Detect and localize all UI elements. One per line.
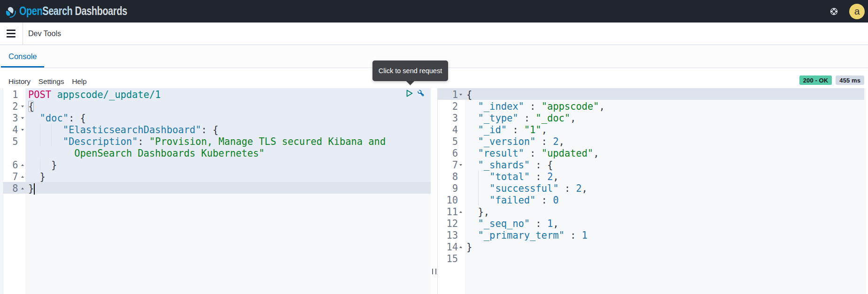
- code-token: [28, 124, 63, 136]
- code-line[interactable]: }: [28, 171, 46, 183]
- code-token: :: [519, 113, 536, 124]
- code-token: "failed": [489, 195, 535, 206]
- code-token: "successful": [489, 183, 558, 194]
- code-token: :: [535, 195, 553, 206]
- code-token: [466, 183, 489, 194]
- fold-end-icon[interactable]: [21, 164, 24, 166]
- request-highlight: [25, 170, 431, 182]
- code-token: }: [466, 241, 472, 253]
- code-token: "_index": [478, 101, 524, 112]
- text-cursor: [34, 183, 35, 195]
- code-line[interactable]: OpenSearch Dashboards Kubernetes": [28, 148, 264, 159]
- grip-bar: [432, 269, 433, 274]
- hamburger-menu-icon[interactable]: [6, 23, 22, 45]
- code-line[interactable]: "failed" : 0: [466, 195, 558, 206]
- line-number: 4: [438, 124, 458, 136]
- console-menu-history[interactable]: History: [8, 77, 31, 86]
- code-token: ,: [553, 218, 558, 229]
- code-token: [466, 101, 478, 112]
- fold-open-icon[interactable]: [21, 106, 24, 107]
- grip-bar: [435, 269, 436, 274]
- line-number: 5: [3, 136, 18, 148]
- line-number: 8: [3, 183, 18, 195]
- code-token: }: [51, 159, 57, 171]
- code-token: :: [524, 101, 542, 112]
- wordmark-search: Search: [42, 4, 72, 18]
- code-token: "_seq_no": [478, 218, 530, 229]
- code-line[interactable]: }: [466, 241, 472, 253]
- fold-open-icon[interactable]: [21, 117, 24, 119]
- opensearch-logo-icon: [5, 6, 18, 19]
- user-avatar[interactable]: a: [849, 4, 865, 19]
- code-line[interactable]: "result" : "updated",: [466, 148, 599, 159]
- code-line[interactable]: "_id" : "1",: [466, 124, 547, 136]
- code-token: appscode/_update/1: [57, 89, 161, 100]
- line-number: 7: [3, 171, 18, 183]
- code-token: },: [478, 206, 490, 218]
- resizer-grip-icon[interactable]: [432, 269, 436, 274]
- panel-divider[interactable]: [431, 88, 438, 294]
- line-number: 1: [438, 89, 458, 101]
- code-line[interactable]: "_type" : "_doc",: [466, 113, 576, 124]
- code-token: :: [530, 171, 547, 182]
- fold-open-icon[interactable]: [459, 164, 462, 166]
- console-menu-help[interactable]: Help: [72, 77, 86, 86]
- send-request-play-icon[interactable]: [406, 89, 414, 98]
- line-number: 1: [3, 89, 18, 101]
- console-menu-settings[interactable]: Settings: [39, 77, 64, 86]
- code-line[interactable]: "Description": "Provision, Manage TLS se…: [28, 136, 386, 148]
- code-token: "result": [478, 148, 524, 159]
- code-token: "_type": [478, 113, 519, 124]
- opensearch-logo[interactable]: OpenSearch Dashboards: [4, 0, 163, 23]
- line-number: 2: [3, 101, 18, 113]
- avatar-initial: a: [854, 6, 860, 17]
- status-badge: 200 - OK: [799, 75, 832, 85]
- code-line[interactable]: "total" : 2,: [466, 171, 558, 183]
- code-line[interactable]: }: [28, 183, 34, 195]
- code-line[interactable]: }: [28, 159, 57, 171]
- fold-open-icon[interactable]: [21, 129, 24, 131]
- code-token: }: [28, 183, 34, 194]
- code-line[interactable]: {: [28, 101, 34, 113]
- header-right-section: a: [830, 0, 868, 23]
- code-token: 1: [547, 218, 553, 229]
- fold-end-icon[interactable]: [459, 211, 462, 213]
- fold-end-icon[interactable]: [21, 188, 24, 189]
- code-token: "_id": [478, 124, 507, 136]
- nav-bar: Dev Tools: [0, 23, 868, 45]
- code-line[interactable]: "_seq_no" : 1,: [466, 218, 558, 230]
- opensearch-wordmark: OpenSearch Dashboards: [19, 4, 127, 18]
- code-line[interactable]: },: [466, 206, 489, 218]
- fold-open-icon[interactable]: [459, 94, 462, 96]
- active-line-highlight: [3, 182, 431, 194]
- fold-end-icon[interactable]: [21, 176, 24, 178]
- code-line[interactable]: POST appscode/_update/1: [28, 89, 161, 101]
- code-token: [28, 113, 40, 124]
- code-token: [466, 218, 478, 229]
- help-lifebuoy-icon[interactable]: [830, 8, 838, 15]
- code-line[interactable]: "_primary_term" : 1: [466, 230, 588, 241]
- code-token: :: [507, 124, 524, 136]
- code-line[interactable]: "_shards" : {: [466, 159, 553, 171]
- hamburger-bar: [7, 30, 16, 30]
- line-number: 3: [3, 113, 18, 124]
- request-options-wrench-icon[interactable]: [417, 89, 425, 98]
- code-line[interactable]: "_version" : 2,: [466, 136, 565, 148]
- code-token: "_primary_term": [478, 230, 565, 241]
- tab-console[interactable]: Console: [1, 45, 45, 68]
- code-token: POST: [28, 89, 51, 100]
- line-number: 7: [438, 159, 458, 171]
- code-token: [28, 171, 40, 182]
- breadcrumb-dev-tools: Dev Tools: [28, 23, 61, 45]
- code-line[interactable]: "_index" : "appscode",: [466, 101, 605, 113]
- code-line[interactable]: {: [466, 89, 472, 101]
- code-line[interactable]: "successful" : 2,: [466, 183, 588, 195]
- code-token: : {: [69, 113, 86, 124]
- code-token: : {: [530, 159, 553, 171]
- code-token: [28, 136, 63, 147]
- code-token: OpenSearch Dashboards Kubernetes": [74, 148, 264, 159]
- fold-end-icon[interactable]: [459, 246, 462, 248]
- code-line[interactable]: "doc": {: [28, 113, 86, 124]
- code-line[interactable]: "ElasticsearchDashboard": {: [28, 124, 218, 136]
- code-token: 1: [582, 230, 588, 241]
